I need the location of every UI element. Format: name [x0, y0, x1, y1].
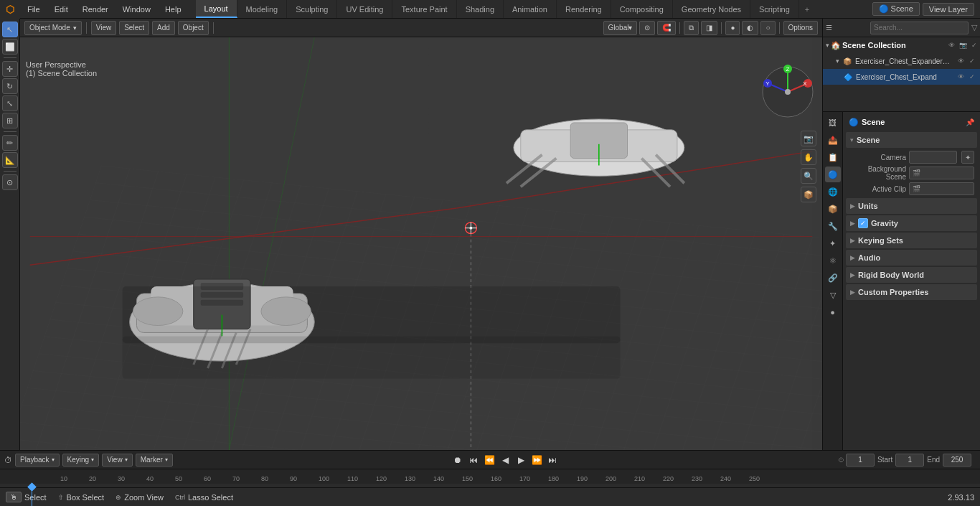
scene-selector[interactable]: 🔵 Scene: [872, 2, 920, 16]
render-tab-icon[interactable]: 🖼: [825, 115, 841, 131]
zoom-icon[interactable]: 🔍: [801, 168, 816, 184]
jump-end-btn[interactable]: ⏭: [545, 453, 560, 467]
playback-dropdown[interactable]: Playback: [15, 454, 60, 467]
eye-icon[interactable]: 👁: [948, 42, 955, 49]
custom-props-header[interactable]: ▶ Custom Properties: [846, 284, 977, 300]
item-0-arrow[interactable]: ▾: [836, 57, 839, 65]
marker-dropdown[interactable]: Marker: [136, 454, 173, 467]
view-layer-selector[interactable]: View Layer: [923, 3, 974, 16]
add-workspace-tab[interactable]: +: [799, 5, 815, 14]
keying-sets-header[interactable]: ▶ Keying Sets: [846, 233, 977, 248]
clock-icon[interactable]: ⏲: [838, 456, 844, 464]
step-forward-btn[interactable]: ⏩: [529, 453, 544, 467]
xray-btn[interactable]: ◨: [701, 21, 717, 35]
item-1-restrict-select[interactable]: ✓: [967, 72, 977, 82]
menu-render[interactable]: Render: [75, 0, 116, 18]
scene-section-header[interactable]: ▾ Scene: [846, 132, 977, 148]
rotate-btn[interactable]: ↻: [2, 78, 18, 94]
outliner-item-1[interactable]: 🔷 Exerciser_Chest_Expand 👁 ✓: [823, 69, 980, 85]
navigation-gizmo[interactable]: X Y Z: [759, 63, 816, 121]
transform-btn[interactable]: ⊞: [2, 113, 18, 128]
data-tab-icon[interactable]: ▽: [825, 287, 841, 303]
transform-global-dropdown[interactable]: Global▾: [603, 21, 638, 35]
view-menu-btn[interactable]: View: [91, 21, 117, 35]
outliner-filter-icon[interactable]: ▽: [971, 23, 977, 32]
collection-icon[interactable]: 📦: [801, 187, 816, 202]
measure-btn[interactable]: 📐: [2, 152, 18, 168]
keying-dropdown[interactable]: Keying: [62, 454, 100, 467]
physics-tab-icon[interactable]: ⚛: [825, 253, 841, 268]
menu-file[interactable]: File: [20, 0, 47, 18]
tab-geometry-nodes[interactable]: Geometry Nodes: [673, 0, 750, 18]
material-tab-icon[interactable]: ●: [825, 304, 841, 320]
menu-edit[interactable]: Edit: [47, 0, 75, 18]
select-icon-outliner[interactable]: ✓: [971, 42, 977, 49]
tab-uv-editing[interactable]: UV Editing: [337, 0, 392, 18]
scene-tab-icon[interactable]: 🔵: [825, 167, 841, 182]
item-0-restrict-view[interactable]: 👁: [956, 56, 966, 66]
play-btn[interactable]: ▶: [514, 453, 528, 467]
tab-sculpting[interactable]: Sculpting: [287, 0, 337, 18]
tab-animation[interactable]: Animation: [504, 0, 557, 18]
play-reverse-btn[interactable]: ◀: [498, 453, 512, 467]
end-frame-input[interactable]: [943, 454, 971, 467]
expand-icon[interactable]: ▾: [826, 42, 829, 49]
tab-modeling[interactable]: Modeling: [237, 0, 288, 18]
tab-rendering[interactable]: Rendering: [557, 0, 611, 18]
constraints-tab-icon[interactable]: 🔗: [825, 270, 841, 286]
start-frame-input[interactable]: [895, 454, 924, 467]
camera-icon-outliner[interactable]: 📷: [959, 42, 967, 49]
overlay-btn[interactable]: ⧉: [684, 21, 699, 35]
tab-texture-paint[interactable]: Texture Paint: [392, 0, 456, 18]
camera-pick-icon[interactable]: ✦: [961, 151, 974, 164]
add-menu-btn[interactable]: Add: [152, 21, 175, 35]
select-box-btn[interactable]: ⬜: [2, 39, 18, 55]
scene-prop-pin[interactable]: 📌: [966, 118, 974, 126]
units-section-header[interactable]: ▶ Units: [846, 198, 977, 214]
object-mode-dropdown[interactable]: Object Mode: [24, 21, 82, 35]
tab-layout[interactable]: Layout: [196, 0, 237, 18]
timeline-view-dropdown[interactable]: View: [102, 454, 133, 467]
item-0-restrict-select[interactable]: ✓: [967, 56, 977, 66]
add-object-btn[interactable]: ⊙: [2, 174, 18, 190]
bg-scene-field[interactable]: 🎬: [909, 167, 974, 179]
proportional-edit-btn[interactable]: ⊙: [639, 21, 655, 35]
tab-shading[interactable]: Shading: [457, 0, 504, 18]
tab-scripting[interactable]: Scripting: [750, 0, 799, 18]
material-shading-btn[interactable]: ◐: [742, 21, 758, 35]
snap-btn[interactable]: 🧲: [657, 21, 676, 35]
menu-window[interactable]: Window: [116, 0, 158, 18]
move-btn[interactable]: ✛: [2, 61, 18, 77]
object-tab-icon[interactable]: 📦: [825, 201, 841, 217]
annotate-btn[interactable]: ✏: [2, 135, 18, 151]
record-btn[interactable]: ⏺: [451, 453, 465, 467]
particles-tab-icon[interactable]: ✦: [825, 235, 841, 251]
active-clip-field[interactable]: 🎬: [909, 182, 974, 195]
jump-start-btn[interactable]: ⏮: [466, 453, 481, 467]
render-shading-btn[interactable]: ○: [760, 21, 775, 35]
object-menu-btn[interactable]: Object: [178, 21, 209, 35]
cursor-tool-btn[interactable]: ↖: [2, 22, 18, 37]
camera-view-icon[interactable]: 📷: [801, 131, 816, 146]
rigid-body-header[interactable]: ▶ Rigid Body World: [846, 267, 977, 283]
scale-btn[interactable]: ⤡: [2, 95, 18, 111]
outliner-item-0[interactable]: ▾ 📦 Exerciser_Chest_Expander_Bl 👁 ✓: [823, 53, 980, 69]
audio-section-header[interactable]: ▶ Audio: [846, 250, 977, 266]
output-tab-icon[interactable]: 📤: [825, 132, 841, 148]
world-tab-icon[interactable]: 🌐: [825, 184, 841, 200]
select-menu-btn[interactable]: Select: [119, 21, 149, 35]
gravity-checkbox[interactable]: ✓: [858, 218, 868, 228]
solid-shading-btn[interactable]: ●: [725, 21, 740, 35]
item-1-restrict-view[interactable]: 👁: [956, 72, 966, 82]
current-frame-input[interactable]: [846, 454, 875, 467]
timeline-icon[interactable]: ⏱: [4, 456, 12, 464]
grab-icon[interactable]: ✋: [801, 149, 816, 165]
options-btn[interactable]: Options: [783, 21, 818, 35]
gravity-section-header[interactable]: ▶ ✓ Gravity: [846, 215, 977, 231]
viewport-3d[interactable]: User Perspective (1) Scene Collection X: [20, 37, 822, 450]
view-layer-tab-icon[interactable]: 📋: [825, 149, 841, 165]
menu-help[interactable]: Help: [158, 0, 189, 18]
tab-compositing[interactable]: Compositing: [611, 0, 673, 18]
outliner-search[interactable]: [870, 22, 969, 34]
modifier-tab-icon[interactable]: 🔧: [825, 218, 841, 234]
